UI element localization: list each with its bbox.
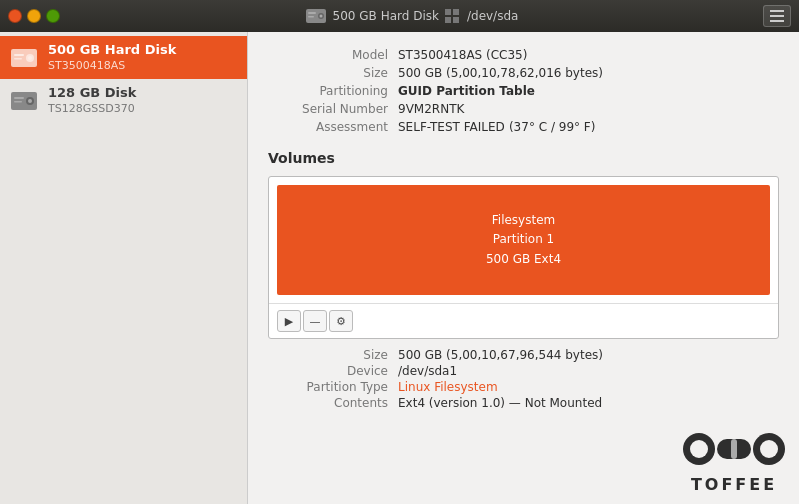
minimize-button[interactable]: [27, 9, 41, 23]
vol-size-row: Size 500 GB (5,00,10,67,96,544 bytes): [268, 347, 779, 363]
vol-device-row: Device /dev/sda1: [268, 363, 779, 379]
volume-bar[interactable]: Filesystem Partition 1 500 GB Ext4: [277, 185, 770, 295]
menu-line: [770, 20, 784, 22]
volumes-title: Volumes: [268, 150, 779, 166]
vol-contents-label: Contents: [268, 396, 398, 410]
volume-info-table: Size 500 GB (5,00,10,67,96,544 bytes) De…: [268, 347, 779, 411]
disk-icon-500gb: [10, 47, 38, 69]
menu-line: [770, 10, 784, 12]
volume-toolbar: ▶ — ⚙: [269, 303, 778, 338]
vol-contents-row: Contents Ext4 (version 1.0) — Not Mounte…: [268, 395, 779, 411]
svg-point-16: [28, 99, 32, 103]
vol-size-label: Size: [268, 348, 398, 362]
hdd-svg-128: [10, 90, 38, 112]
hdd-svg-500: [10, 47, 38, 69]
grid-icon: [445, 9, 461, 23]
disk-title-icon: [305, 7, 327, 25]
sidebar-item-128gb-sub: TS128GSSD370: [48, 102, 136, 116]
svg-point-11: [28, 56, 32, 60]
sidebar-item-128gb-name: 128 GB Disk: [48, 85, 136, 102]
volume-container: Filesystem Partition 1 500 GB Ext4 ▶ — ⚙: [268, 176, 779, 339]
minus-button[interactable]: —: [303, 310, 327, 332]
assessment-label: Assessment: [268, 120, 398, 134]
size-value: 500 GB (5,00,10,78,62,016 bytes): [398, 66, 603, 80]
sidebar-item-128gb[interactable]: 128 GB Disk TS128GSSD370: [0, 79, 247, 122]
play-button[interactable]: ▶: [277, 310, 301, 332]
window-controls: [8, 9, 60, 23]
svg-rect-12: [14, 54, 24, 56]
sidebar-item-500gb-name: 500 GB Hard Disk: [48, 42, 176, 59]
sidebar-item-500gb[interactable]: 500 GB Hard Disk ST3500418AS: [0, 36, 247, 79]
maximize-button[interactable]: [46, 9, 60, 23]
gear-button[interactable]: ⚙: [329, 310, 353, 332]
disk-icon-128gb: [10, 90, 38, 112]
titlebar-disk-name: 500 GB Hard Disk: [333, 9, 439, 23]
model-value: ST3500418AS (CC35): [398, 48, 527, 62]
sidebar-item-500gb-sub: ST3500418AS: [48, 59, 176, 73]
vol-partition-type-label: Partition Type: [268, 380, 398, 394]
partitioning-label: Partitioning: [268, 84, 398, 98]
model-row: Model ST3500418AS (CC35): [268, 46, 779, 64]
vol-device-label: Device: [268, 364, 398, 378]
close-button[interactable]: [8, 9, 22, 23]
assessment-temp: (37° C / 99° F): [509, 120, 595, 134]
svg-point-2: [319, 15, 322, 18]
svg-rect-8: [453, 17, 459, 23]
vol-partition-type-value: Linux Filesystem: [398, 380, 498, 394]
svg-rect-6: [453, 9, 459, 15]
volume-label: Filesystem Partition 1 500 GB Ext4: [486, 211, 561, 269]
titlebar-path: /dev/sda: [467, 9, 518, 23]
size-row: Size 500 GB (5,00,10,78,62,016 bytes): [268, 64, 779, 82]
menu-line: [770, 15, 784, 17]
svg-rect-4: [308, 16, 314, 18]
titlebar: 500 GB Hard Disk /dev/sda: [0, 0, 799, 32]
toffee-logo: TOFFEE: [679, 427, 789, 494]
partitioning-row: Partitioning GUID Partition Table: [268, 82, 779, 100]
window-title: 500 GB Hard Disk /dev/sda: [66, 7, 757, 25]
assessment-failed-text: SELF-TEST FAILED: [398, 120, 505, 134]
volume-line1: Filesystem: [486, 211, 561, 230]
serial-value: 9VM2RNTK: [398, 102, 464, 116]
assessment-row: Assessment SELF-TEST FAILED (37° C / 99°…: [268, 118, 779, 136]
svg-rect-17: [14, 97, 24, 99]
main-layout: 500 GB Hard Disk ST3500418AS 128 GB Disk…: [0, 32, 799, 504]
sidebar: 500 GB Hard Disk ST3500418AS 128 GB Disk…: [0, 32, 248, 504]
toffee-graphic: [679, 427, 789, 472]
svg-rect-5: [445, 9, 451, 15]
minus-icon: —: [310, 315, 321, 328]
serial-row: Serial Number 9VM2RNTK: [268, 100, 779, 118]
svg-rect-7: [445, 17, 451, 23]
vol-partition-type-row: Partition Type Linux Filesystem: [268, 379, 779, 395]
content-area: Model ST3500418AS (CC35) Size 500 GB (5,…: [248, 32, 799, 504]
menu-button[interactable]: [763, 5, 791, 27]
svg-rect-13: [14, 58, 22, 60]
svg-rect-3: [308, 12, 316, 14]
model-label: Model: [268, 48, 398, 62]
svg-point-24: [760, 440, 778, 458]
svg-rect-18: [14, 101, 22, 103]
vol-contents-value: Ext4 (version 1.0) — Not Mounted: [398, 396, 602, 410]
toffee-text: TOFFEE: [679, 475, 789, 494]
sidebar-item-500gb-text: 500 GB Hard Disk ST3500418AS: [48, 42, 176, 73]
serial-label: Serial Number: [268, 102, 398, 116]
disk-info-table: Model ST3500418AS (CC35) Size 500 GB (5,…: [268, 46, 779, 136]
sidebar-item-128gb-text: 128 GB Disk TS128GSSD370: [48, 85, 136, 116]
volume-line3: 500 GB Ext4: [486, 250, 561, 269]
assessment-value: SELF-TEST FAILED (37° C / 99° F): [398, 120, 595, 134]
size-label: Size: [268, 66, 398, 80]
svg-rect-22: [731, 439, 737, 459]
svg-point-20: [690, 440, 708, 458]
vol-size-value: 500 GB (5,00,10,67,96,544 bytes): [398, 348, 603, 362]
vol-device-value: /dev/sda1: [398, 364, 457, 378]
volume-line2: Partition 1: [486, 230, 561, 249]
play-icon: ▶: [285, 315, 293, 328]
partitioning-value: GUID Partition Table: [398, 84, 535, 98]
gear-icon: ⚙: [336, 315, 346, 328]
